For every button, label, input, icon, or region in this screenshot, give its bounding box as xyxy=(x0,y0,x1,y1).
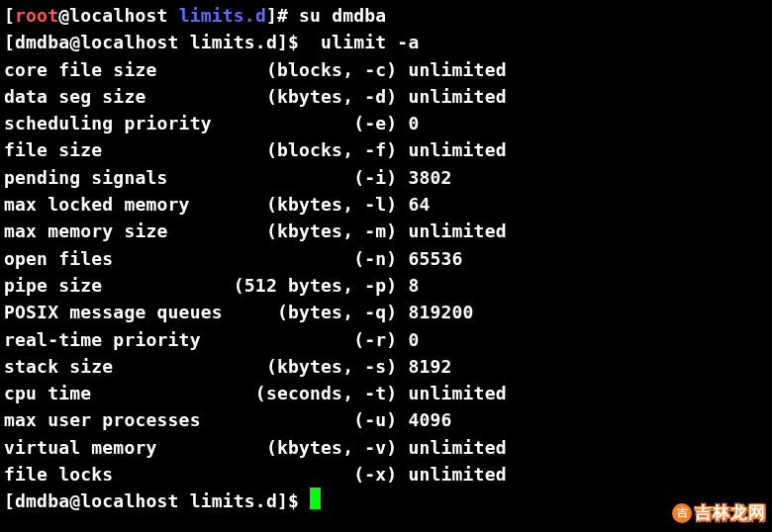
terminal-cursor[interactable] xyxy=(310,488,321,509)
root-user: root xyxy=(15,5,58,26)
ulimit-command: ulimit -a xyxy=(310,32,419,52)
ulimit-row: virtual memory (kbytes, -v) unlimited xyxy=(4,437,507,458)
ulimit-row: max user processes (-u) 4096 xyxy=(4,409,452,430)
ulimit-row: core file size (blocks, -c) unlimited xyxy=(4,59,507,80)
ulimit-row: data seg size (kbytes, -d) unlimited xyxy=(4,86,507,107)
ulimit-row: POSIX message queues (bytes, -q) 819200 xyxy=(4,302,474,322)
watermark: 吉 吉林龙网 xyxy=(672,501,766,524)
watermark-icon: 吉 xyxy=(672,503,692,523)
root-prompt: [root@localhost limits.d]# xyxy=(4,5,288,26)
ulimit-row: max memory size (kbytes, -m) unlimited xyxy=(4,221,507,241)
dmdba-prompt-2: [dmdba@localhost limits.d]$ xyxy=(4,490,310,511)
ulimit-row: max locked memory (kbytes, -l) 64 xyxy=(4,194,430,215)
ulimit-row: cpu time (seconds, -t) unlimited xyxy=(4,383,507,403)
watermark-text: 吉林龙网 xyxy=(695,501,766,524)
root-dir: limits.d xyxy=(179,5,266,26)
ulimit-row: file locks (-x) unlimited xyxy=(4,464,507,485)
dmdba-prompt: [dmdba@localhost limits.d]$ xyxy=(4,32,310,52)
ulimit-row: open files (-n) 65536 xyxy=(4,248,463,269)
ulimit-row: scheduling priority (-e) 0 xyxy=(4,113,419,133)
ulimit-row: stack size (kbytes, -s) 8192 xyxy=(4,356,452,377)
su-command: su dmdba xyxy=(288,5,386,26)
terminal-output: [root@localhost limits.d]# su dmdba [dmd… xyxy=(0,0,772,515)
ulimit-row: file size (blocks, -f) unlimited xyxy=(4,139,507,160)
ulimit-row: pipe size (512 bytes, -p) 8 xyxy=(4,275,419,296)
ulimit-row: real-time priority (-r) 0 xyxy=(4,329,419,350)
ulimit-row: pending signals (-i) 3802 xyxy=(4,167,452,188)
